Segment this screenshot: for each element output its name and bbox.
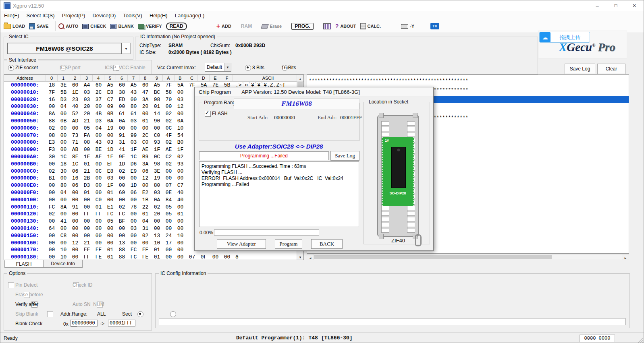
hex-cell[interactable]: 00: [151, 218, 163, 225]
hex-cell[interactable]: AD: [69, 118, 81, 125]
hex-cell[interactable]: 61: [116, 110, 128, 118]
hex-cell[interactable]: 00: [81, 218, 93, 225]
hex-cell[interactable]: 03: [175, 96, 186, 103]
verify-button[interactable]: VERIFY: [138, 24, 162, 29]
hex-cell[interactable]: 40: [69, 103, 81, 110]
hex-cell[interactable]: 1D: [116, 161, 128, 168]
hex-cell[interactable]: 00: [163, 168, 175, 175]
hex-cell[interactable]: 02: [46, 168, 58, 175]
hex-cell[interactable]: 00: [93, 103, 104, 110]
menu-item[interactable]: Help(H): [146, 11, 171, 20]
hex-cell[interactable]: 3A: [139, 96, 151, 103]
hex-cell[interactable]: C7: [175, 182, 186, 189]
hex-cell[interactable]: 02: [163, 110, 175, 118]
hex-cell[interactable]: 0F: [198, 254, 210, 260]
hex-cell[interactable]: 20: [139, 103, 151, 110]
hex-cell[interactable]: 00: [69, 125, 81, 132]
hex-cell[interactable]: 60: [69, 82, 81, 89]
hex-cell[interactable]: 00: [163, 225, 175, 232]
hex-cell[interactable]: 06: [139, 168, 151, 175]
hex-cell[interactable]: 00: [93, 189, 104, 196]
read-button[interactable]: READ: [166, 23, 187, 30]
load-button[interactable]: LOAD: [4, 24, 25, 29]
hex-cell[interactable]: 14: [151, 110, 163, 118]
hex-cell[interactable]: 00: [46, 232, 58, 240]
hex-cell[interactable]: 60: [139, 82, 151, 89]
hex-cell[interactable]: 00: [139, 240, 151, 247]
hex-cell[interactable]: 99: [128, 132, 139, 139]
hex-cell[interactable]: 19: [104, 125, 116, 132]
hex-cell[interactable]: 02: [163, 139, 175, 146]
hex-cell[interactable]: 00: [46, 189, 58, 196]
hex-cell[interactable]: 18: [58, 161, 69, 168]
hex-cell[interactable]: 00: [93, 175, 104, 182]
hex-cell[interactable]: 00: [81, 232, 93, 240]
menu-item[interactable]: Language(L): [171, 11, 208, 20]
hex-cell[interactable]: E9: [128, 168, 139, 175]
hex-cell[interactable]: 0D: [93, 161, 104, 168]
hex-cell[interactable]: 07: [163, 182, 175, 189]
hex-cell[interactable]: 24: [163, 232, 175, 240]
hex-cell[interactable]: 40: [175, 189, 186, 196]
hex-cell[interactable]: 01: [81, 161, 93, 168]
ram-button[interactable]: RAM: [241, 23, 252, 29]
hex-cell[interactable]: 0A: [116, 118, 128, 125]
hex-cell[interactable]: 00: [163, 175, 175, 182]
hex-cell[interactable]: 3E: [58, 82, 69, 89]
hex-cell[interactable]: 98: [151, 96, 163, 103]
hex-cell[interactable]: 9F: [116, 153, 128, 161]
hex-cell[interactable]: 00: [116, 182, 128, 189]
hex-cell[interactable]: 00: [104, 196, 116, 204]
hex-cell[interactable]: 00: [93, 132, 104, 139]
hex-cell[interactable]: 0B: [58, 118, 69, 125]
hex-cell[interactable]: 00: [69, 246, 81, 254]
hex-cell[interactable]: 12: [139, 175, 151, 182]
hex-cell[interactable]: 00: [151, 125, 163, 132]
hex-cell[interactable]: 05: [104, 218, 116, 225]
hex-cell[interactable]: 0C: [163, 125, 175, 132]
log-line[interactable]: ****************************************…: [309, 76, 627, 86]
hex-cell[interactable]: 16: [46, 96, 58, 103]
log-horizontal-scrollbar[interactable]: [307, 254, 629, 260]
hex-cell[interactable]: AB: [69, 146, 81, 153]
minimize-button[interactable]: [588, 0, 607, 11]
hex-cell[interactable]: 00: [69, 232, 81, 240]
pin-detect-button[interactable]: -Y: [401, 24, 414, 29]
hex-cell[interactable]: D6: [128, 161, 139, 168]
hex-cell[interactable]: BF: [116, 218, 128, 225]
hex-cell[interactable]: 03: [81, 96, 93, 103]
hex-cell[interactable]: 00: [81, 225, 93, 232]
hex-cell[interactable]: E1: [104, 204, 116, 211]
hex-cell[interactable]: FC: [104, 211, 116, 218]
hex-cell[interactable]: BC: [151, 89, 163, 96]
hex-cell[interactable]: 08: [46, 132, 58, 139]
hex-cell[interactable]: 01: [139, 118, 151, 125]
hex-cell[interactable]: 00: [58, 225, 69, 232]
hex-cell[interactable]: 00: [139, 182, 151, 189]
hex-cell[interactable]: 10: [175, 125, 186, 132]
hex-cell[interactable]: 84: [163, 196, 175, 204]
hex-cell[interactable]: 70: [163, 96, 175, 103]
hex-cell[interactable]: 03: [104, 139, 116, 146]
bits8-radio[interactable]: [245, 65, 251, 71]
hex-cell[interactable]: 05: [163, 211, 175, 218]
hex-cell[interactable]: 00: [116, 196, 128, 204]
hex-cell[interactable]: 38: [116, 89, 128, 96]
hex-cell[interactable]: 00: [93, 182, 104, 189]
hex-cell[interactable]: 1E: [69, 89, 81, 96]
hex-cell[interactable]: 2C: [139, 132, 151, 139]
hex-cell[interactable]: 00: [104, 240, 116, 247]
hex-cell[interactable]: 3E: [151, 168, 163, 175]
hex-cell[interactable]: 19: [151, 175, 163, 182]
hex-cell[interactable]: 00: [151, 225, 163, 232]
scroll-down-button[interactable]: [297, 253, 303, 260]
hex-cell[interactable]: 00: [46, 254, 58, 260]
hex-cell[interactable]: FF: [81, 246, 93, 254]
hex-cell[interactable]: 52: [69, 110, 81, 118]
hex-cell[interactable]: 01: [175, 211, 186, 218]
hex-cell[interactable]: 8A: [58, 204, 69, 211]
hex-cell[interactable]: 2C: [93, 89, 104, 96]
hex-cell[interactable]: F3: [46, 146, 58, 153]
save-log-button[interactable]: Save Log: [565, 64, 595, 74]
hex-cell[interactable]: 69: [116, 189, 128, 196]
